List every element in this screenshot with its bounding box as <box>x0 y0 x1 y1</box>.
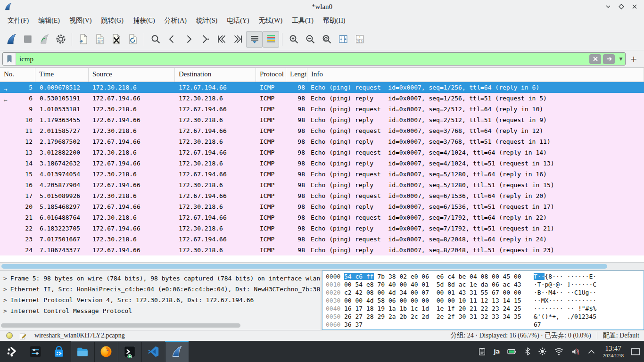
volume-muted-tray-icon[interactable] <box>571 347 580 356</box>
firefox-button[interactable] <box>94 341 118 362</box>
packet-row[interactable]: 237.017501667172.30.218.6172.67.194.66IC… <box>0 234 644 245</box>
filter-clear-button[interactable] <box>589 54 601 64</box>
hex-row[interactable]: 006036 3767 <box>322 321 644 329</box>
go-back-button[interactable] <box>164 31 180 48</box>
hex-row[interactable]: 004016 17 18 19 1a 1b 1c 1d 1e 1f 20 21 … <box>322 304 644 313</box>
column-header-info[interactable]: Info <box>307 68 644 82</box>
file-manager-button[interactable] <box>71 341 94 362</box>
display-filter-input[interactable]: icmp ▼ <box>2 52 626 66</box>
column-header-destination[interactable]: Destination <box>175 68 256 82</box>
battery-tray-icon[interactable] <box>507 347 517 356</box>
expander-icon[interactable]: > <box>3 275 7 282</box>
packet-row[interactable]: 216.016488764172.30.218.6172.67.194.66IC… <box>0 212 644 223</box>
packet-row[interactable]: 226.183223705172.67.194.66172.30.218.6IC… <box>0 223 644 234</box>
open-file-button[interactable] <box>75 31 91 48</box>
close-file-button[interactable] <box>108 31 124 48</box>
filter-apply-button[interactable] <box>603 54 615 64</box>
packet-row[interactable]: 154.013974054172.30.218.6172.67.194.66IC… <box>0 169 644 180</box>
wireshark-taskbar-button[interactable] <box>165 341 189 362</box>
system-settings-button[interactable] <box>24 341 47 362</box>
hex-row[interactable]: 003000 00 4d 58 06 00 00 00 00 00 10 11 … <box>322 296 644 304</box>
brightness-tray-icon[interactable] <box>538 347 547 356</box>
detail-tree-row[interactable]: >Frame 5: 98 bytes on wire (784 bits), 9… <box>0 273 321 284</box>
wifi-tray-icon[interactable] <box>554 347 564 355</box>
packet-list-hscrollbar[interactable] <box>0 262 644 270</box>
bluetooth-tray-icon[interactable] <box>524 347 531 356</box>
detail-tree-row[interactable]: >Internet Protocol Version 4, Src: 172.3… <box>0 295 321 305</box>
input-method-indicator[interactable]: ja <box>494 348 500 355</box>
packet-row[interactable]: 143.186742632172.67.194.66172.30.218.6IC… <box>0 158 644 169</box>
minimize-button[interactable] <box>604 3 612 10</box>
expander-icon[interactable]: > <box>3 286 7 293</box>
menu-item-2[interactable]: 视图(V) <box>65 14 96 27</box>
menu-item-0[interactable]: 文件(F) <box>3 14 33 27</box>
column-header-protocol[interactable]: Protocol <box>256 68 286 82</box>
detail-tree-row[interactable]: >Ethernet II, Src: HonHaiPrecis_c4:be:04… <box>0 284 321 295</box>
maximize-button[interactable] <box>618 3 625 10</box>
hex-row[interactable]: 005026 27 28 29 2a 2b 2c 2d 2e 2f 30 31 … <box>322 313 644 321</box>
resize-columns-button[interactable] <box>335 31 351 48</box>
close-button[interactable] <box>631 3 638 10</box>
menu-item-4[interactable]: 捕获(C) <box>128 14 160 27</box>
packet-row[interactable]: 112.011585727172.30.218.6172.67.194.66IC… <box>0 125 644 136</box>
expander-icon[interactable]: > <box>3 296 7 304</box>
details-hscrollbar[interactable] <box>1 323 240 328</box>
column-header-source[interactable]: Source <box>89 68 175 82</box>
packet-row[interactable]: 133.012882200172.30.218.6172.67.194.66IC… <box>0 147 644 158</box>
clock[interactable]: 13:47 2024/12/8 <box>603 345 624 358</box>
zoom-reset-button[interactable] <box>318 31 335 48</box>
menu-item-3[interactable]: 跳转(G) <box>96 14 128 27</box>
find-packet-button[interactable] <box>147 31 164 48</box>
filter-add-button[interactable]: + <box>626 52 642 66</box>
stop-capture-button[interactable] <box>19 31 36 48</box>
profile-label[interactable]: 配置: Default <box>603 331 644 340</box>
go-first-packet-button[interactable] <box>213 31 230 48</box>
filter-bookmark-button[interactable] <box>3 53 16 65</box>
konsole-button[interactable] <box>118 341 141 362</box>
menu-item-9[interactable]: 工具(T) <box>287 14 318 27</box>
filter-text[interactable]: icmp <box>16 55 589 63</box>
packet-row[interactable]: →50.009678512172.30.218.6172.67.194.66IC… <box>0 82 644 93</box>
restart-capture-button[interactable] <box>36 31 52 48</box>
menu-item-7[interactable]: 电话(Y) <box>222 14 254 27</box>
zoom-in-button[interactable] <box>285 31 302 48</box>
packet-row[interactable]: 175.015089926172.30.218.6172.67.194.66IC… <box>0 190 644 201</box>
packet-row[interactable]: ←60.530105191172.67.194.66172.30.218.6IC… <box>0 93 644 104</box>
go-forward-button[interactable] <box>180 31 197 48</box>
hex-row[interactable]: 0020c2 42 08 00 4d 34 00 07 00 01 43 31 … <box>322 288 644 296</box>
expert-info-icon[interactable] <box>6 332 13 339</box>
packet-row[interactable]: 247.186743377172.67.194.66172.30.218.6IC… <box>0 245 644 255</box>
column-header-time[interactable]: Time <box>35 68 89 82</box>
detail-tree-row[interactable]: >Internet Control Message Protocol <box>0 305 321 316</box>
show-desktop-button[interactable] <box>631 348 640 355</box>
menu-item-10[interactable]: 帮助(H) <box>318 14 350 27</box>
go-last-packet-button[interactable] <box>230 31 246 48</box>
reload-file-button[interactable] <box>124 31 141 48</box>
expander-icon[interactable]: > <box>3 307 7 314</box>
packet-row[interactable]: 101.179363455172.67.194.66172.30.218.6IC… <box>0 115 644 125</box>
hex-row[interactable]: 000054 c6 ff 7b 38 02 e0 06 e6 c4 be 04 … <box>322 272 644 280</box>
colorize-button[interactable] <box>263 31 279 48</box>
layout-123-button[interactable]: 123 <box>351 31 368 48</box>
save-file-button[interactable]: 010101100011 <box>91 31 108 48</box>
packet-row[interactable]: 91.010533181172.30.218.6172.67.194.66ICM… <box>0 104 644 115</box>
capture-comment-icon[interactable] <box>19 332 27 340</box>
column-header-no[interactable]: No. <box>0 68 35 82</box>
hex-row[interactable]: 001000 54 e8 70 40 00 40 01 5d 8d ac 1e … <box>322 280 644 288</box>
menu-item-1[interactable]: 编辑(E) <box>33 14 65 27</box>
app-launcher-button[interactable] <box>0 341 24 362</box>
vscode-button[interactable] <box>141 341 165 362</box>
packet-row[interactable]: 122.179687502172.67.194.66172.30.218.6IC… <box>0 136 644 147</box>
auto-scroll-button[interactable] <box>246 31 263 48</box>
menu-item-5[interactable]: 分析(A) <box>160 14 191 27</box>
column-header-length[interactable]: Length <box>286 68 307 82</box>
capture-options-button[interactable] <box>52 31 69 48</box>
menu-item-6[interactable]: 统计(S) <box>191 14 222 27</box>
go-to-packet-button[interactable] <box>197 31 213 48</box>
clipboard-tray-icon[interactable] <box>478 347 487 356</box>
discover-button[interactable] <box>47 341 71 362</box>
packet-row[interactable]: 164.205877904172.67.194.66172.30.218.6IC… <box>0 180 644 190</box>
start-capture-button[interactable] <box>3 31 19 48</box>
menu-item-8[interactable]: 无线(W) <box>254 14 288 27</box>
tray-expand-arrow[interactable] <box>587 349 595 354</box>
